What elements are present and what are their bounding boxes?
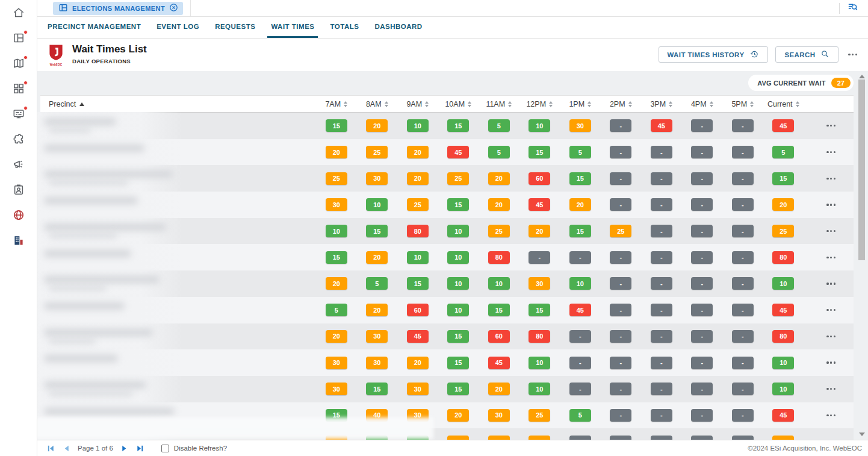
web-globe-icon [12, 208, 25, 222]
row-menu-button[interactable] [824, 280, 838, 287]
column-header-3pm[interactable]: 3PM [641, 100, 682, 108]
wait-time-badge-gray: - [651, 357, 672, 369]
row-menu-button[interactable] [824, 333, 838, 340]
sort-icon [425, 101, 429, 107]
first-page-button[interactable] [43, 444, 58, 453]
tab-wait-times[interactable]: WAIT TIMES [267, 17, 318, 38]
row-menu-button[interactable] [824, 228, 838, 234]
column-header-4pm[interactable]: 4PM [682, 100, 723, 108]
wait-time-badge-orange: 30 [366, 330, 388, 343]
wait-time-badge-green: 10 [447, 304, 469, 316]
row-menu-button[interactable] [824, 412, 838, 419]
column-header-9am[interactable]: 9AM [397, 100, 438, 108]
sidebar-item-organization[interactable] [0, 228, 37, 253]
row-menu-button[interactable] [824, 122, 838, 129]
wait-time-badge-gray: - [610, 277, 631, 290]
wait-time-badge-gray: - [691, 357, 713, 369]
wait-time-badge-red: 45 [772, 409, 794, 422]
column-header-current[interactable]: Current [763, 100, 804, 108]
scrollbar-thumb[interactable] [858, 80, 865, 260]
search-button[interactable]: SEARCH [775, 46, 839, 63]
row-menu-button[interactable] [824, 201, 838, 208]
wait-time-badge-orange: 25 [447, 172, 469, 185]
previous-page-button[interactable] [58, 444, 74, 453]
sidebar-item-contacts[interactable] [0, 177, 37, 202]
sidebar-item-maps[interactable] [0, 51, 37, 76]
wait-time-badge-gray [610, 436, 631, 440]
sidebar-item-boards[interactable] [0, 25, 37, 51]
sidebar-item-checklists[interactable] [0, 101, 37, 126]
wait-times-table: Precinct7AM8AM9AM10AM11AM12PM1PM2PM3PM4P… [40, 95, 854, 440]
column-header-10am[interactable]: 10AM [438, 100, 479, 108]
tab-totals[interactable]: TOTALS [326, 17, 362, 38]
column-header-2pm[interactable]: 2PM [601, 100, 642, 108]
wait-time-badge-gray: - [691, 304, 713, 316]
disable-refresh-checkbox[interactable] [161, 445, 169, 452]
wait-time-badge-gray: - [732, 357, 754, 369]
wait-time-badge-gray: - [610, 251, 631, 264]
wait-time-badge-gray: - [732, 277, 754, 290]
row-menu-button[interactable] [824, 386, 838, 392]
sort-icon [628, 101, 632, 107]
column-header-12pm[interactable]: 12PM [519, 100, 560, 108]
column-header-1pm[interactable]: 1PM [560, 100, 601, 108]
last-page-button[interactable] [132, 444, 148, 453]
tab-requests[interactable]: REQUESTS [211, 17, 259, 38]
notification-dot [23, 30, 28, 34]
wait-time-badge-green: 15 [447, 119, 469, 132]
disable-refresh-label: Disable Refresh? [174, 445, 227, 452]
wait-time-badge-orange: 25 [610, 225, 631, 237]
sort-icon [385, 101, 388, 107]
workspace-strip: ELECTIONS MANAGEMENT [37, 0, 868, 17]
sidebar-item-apps[interactable] [0, 76, 37, 101]
more-actions-button[interactable] [846, 51, 860, 58]
wait-time-badge-orange: 20 [488, 198, 510, 211]
sidebar-item-home[interactable] [0, 0, 37, 25]
sidebar-item-plugins[interactable] [0, 126, 37, 152]
next-page-button[interactable] [117, 444, 132, 453]
wait-time-badge-green: 10 [529, 383, 550, 395]
page-subtitle: DAILY OPERATIONS [72, 58, 147, 64]
wait-time-badge-red: 80 [529, 330, 550, 343]
wait-time-badge-red: 80 [407, 225, 429, 237]
list-search-icon[interactable] [847, 1, 858, 15]
column-label: 8AM [366, 100, 382, 108]
scroll-up-arrow[interactable] [859, 75, 865, 78]
sidebar-item-announcements[interactable] [0, 152, 37, 177]
column-header-precinct[interactable]: Precinct [40, 100, 316, 108]
sidebar-item-web-globe[interactable] [0, 202, 37, 228]
column-header-7am[interactable]: 7AM [316, 100, 357, 108]
wait-time-badge-green: 15 [529, 146, 550, 158]
wait-time-badge-orange: 25 [529, 409, 550, 422]
row-menu-button[interactable] [824, 254, 838, 261]
wait-time-badge-red: 80 [772, 330, 794, 343]
tab-event-log[interactable]: EVENT LOG [153, 17, 203, 38]
board-tabs: PRECINCT MANAGEMENTEVENT LOGREQUESTSWAIT… [37, 17, 868, 39]
tab-precinct-management[interactable]: PRECINCT MANAGEMENT [44, 17, 144, 38]
wait-time-badge-gray: - [732, 172, 754, 185]
row-menu-button[interactable] [824, 359, 838, 366]
wait-times-history-button[interactable]: WAIT TIMES HISTORY [659, 46, 769, 63]
wait-time-badge-orange: 20 [488, 172, 510, 185]
wait-time-badge-gray [691, 436, 713, 440]
row-menu-button[interactable] [824, 149, 838, 155]
wait-time-badge-orange: 20 [366, 251, 388, 264]
maps-icon [12, 57, 25, 70]
sort-icon [549, 101, 553, 107]
tab-dashboard[interactable]: DASHBOARD [371, 17, 426, 38]
wait-time-badge-orange: 30 [326, 198, 347, 211]
wait-time-badge-gray: - [651, 277, 672, 290]
table-header-row: Precinct7AM8AM9AM10AM11AM12PM1PM2PM3PM4P… [40, 95, 854, 113]
column-header-11am[interactable]: 11AM [479, 100, 519, 108]
row-menu-button[interactable] [824, 175, 838, 182]
close-icon[interactable] [169, 3, 178, 13]
row-menu-button[interactable] [824, 307, 838, 313]
wait-time-badge-gray: - [691, 146, 713, 158]
column-header-5pm[interactable]: 5PM [722, 100, 763, 108]
wait-time-badge-gray: - [651, 251, 672, 264]
notification-dot [23, 81, 28, 85]
scroll-down-arrow[interactable] [859, 433, 865, 436]
wait-time-badge-orange [772, 436, 794, 440]
column-header-8am[interactable]: 8AM [357, 100, 398, 108]
workspace-tab-elections-management[interactable]: ELECTIONS MANAGEMENT [53, 2, 183, 15]
